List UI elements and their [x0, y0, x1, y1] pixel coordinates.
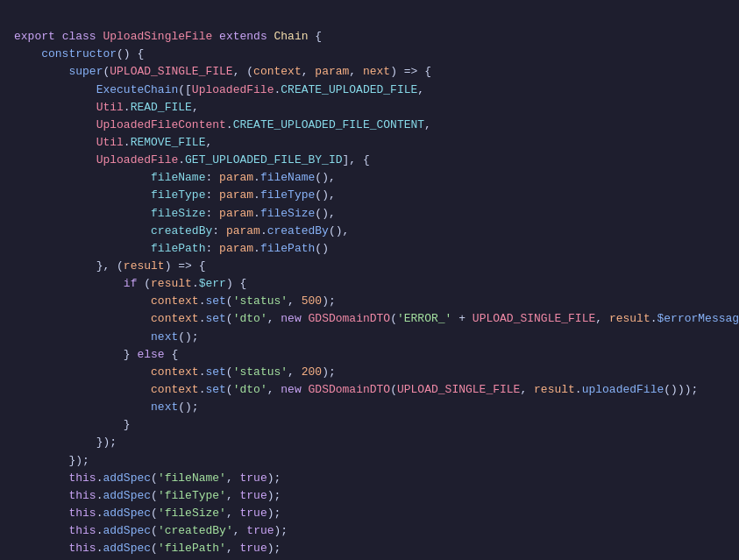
line-12: createdBy: param.createdBy(), — [14, 224, 349, 237]
line-16: context.set('status', 500); — [14, 294, 336, 308]
line-15: if (result.$err) { — [14, 277, 246, 290]
code-editor: export class UploadSingleFile extends Ch… — [0, 7, 739, 560]
line-30: this.addSpec('filePath', true); — [14, 542, 281, 555]
line-24: }); — [14, 436, 117, 449]
line-9: fileName: param.fileName(), — [14, 171, 336, 184]
line-5: Util.READ_FILE, — [14, 101, 199, 114]
line-3: super(UPLOAD_SINGLE_FILE, (context, para… — [14, 65, 431, 78]
line-1: export class UploadSingleFile extends Ch… — [14, 30, 322, 43]
line-7: Util.REMOVE_FILE, — [14, 136, 212, 149]
line-29: this.addSpec('createdBy', true); — [14, 524, 288, 537]
line-18: next(); — [14, 330, 199, 344]
line-4: ExecuteChain([UploadedFile.CREATE_UPLOAD… — [14, 83, 424, 96]
line-10: fileType: param.fileType(), — [14, 188, 336, 202]
line-6: UploadedFileContent.CREATE_UPLOADED_FILE… — [14, 118, 431, 131]
line-13: filePath: param.filePath() — [14, 242, 329, 255]
line-23: } — [14, 418, 131, 431]
line-28: this.addSpec('fileSize', true); — [14, 507, 281, 520]
line-11: fileSize: param.fileSize(), — [14, 207, 336, 220]
line-17: context.set('dto', new GDSDomainDTO('ERR… — [14, 312, 739, 325]
line-21: context.set('dto', new GDSDomainDTO(UPLO… — [14, 383, 698, 396]
line-20: context.set('status', 200); — [14, 365, 336, 379]
line-25: }); — [14, 454, 89, 467]
line-2: constructor() { — [14, 47, 144, 60]
line-22: next(); — [14, 401, 199, 414]
line-26: this.addSpec('fileName', true); — [14, 471, 281, 485]
line-19: } else { — [14, 348, 178, 361]
line-14: }, (result) => { — [14, 259, 205, 273]
line-27: this.addSpec('fileType', true); — [14, 489, 281, 502]
line-8: UploadedFile.GET_UPLOADED_FILE_BY_ID], { — [14, 153, 370, 167]
